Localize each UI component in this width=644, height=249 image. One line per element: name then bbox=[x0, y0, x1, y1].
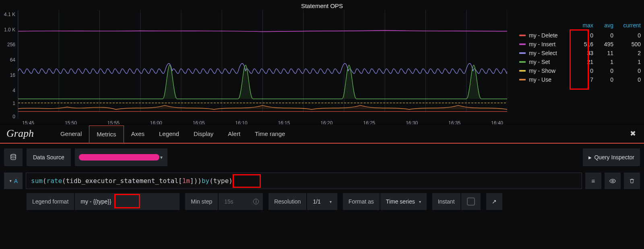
legend-table: max avg current my - Delete000my - Inser… bbox=[507, 10, 644, 119]
query-toggle-visibility-button[interactable] bbox=[605, 173, 621, 189]
highlight-box-query bbox=[233, 174, 261, 188]
query-options-row: Legend format my - {{type}} Min step 15s… bbox=[0, 191, 644, 212]
legend-max: 7 bbox=[573, 76, 593, 83]
legend-swatch bbox=[519, 79, 526, 80]
instant-label: Instant bbox=[432, 193, 460, 210]
legend-label: my - Set bbox=[529, 59, 573, 65]
legend-current: 500 bbox=[613, 41, 641, 47]
legend-label: my - Select bbox=[529, 50, 573, 56]
legend-swatch bbox=[519, 43, 526, 45]
legend-col-current[interactable]: current bbox=[613, 22, 641, 29]
editor-title: Graph bbox=[6, 128, 34, 140]
legend-max: 0 bbox=[573, 68, 593, 74]
info-icon[interactable]: i bbox=[253, 199, 259, 204]
legend-current: 1 bbox=[613, 59, 641, 65]
resolution-select[interactable]: 1/1 bbox=[307, 193, 337, 210]
legend-current: 0 bbox=[613, 32, 641, 39]
legend-row[interactable]: my - Insert516495500 bbox=[519, 40, 641, 49]
share-button[interactable] bbox=[486, 193, 502, 210]
legend-header: max avg current bbox=[519, 22, 641, 29]
legend-current: 0 bbox=[613, 68, 641, 74]
legend-format-input[interactable]: my - {{type}} bbox=[75, 193, 180, 210]
tab-legend[interactable]: Legend bbox=[152, 126, 186, 142]
svg-point-14 bbox=[612, 180, 613, 182]
caret-right-icon: ▶ bbox=[588, 155, 592, 160]
legend-avg: 0 bbox=[593, 68, 613, 74]
legend-row[interactable]: my - Use700 bbox=[519, 75, 641, 84]
svg-point-13 bbox=[11, 154, 16, 156]
tab-alert[interactable]: Alert bbox=[221, 126, 248, 142]
query-row: ▼ A sum(rate(tidb_executor_statement_tot… bbox=[0, 171, 644, 191]
legend-label: my - Show bbox=[529, 68, 573, 74]
legend-avg: 0 bbox=[593, 32, 613, 39]
format-as-label: Format as bbox=[343, 193, 380, 210]
min-step-input[interactable]: 15s i bbox=[219, 193, 263, 210]
panel-editor: Graph General Metrics Axes Legend Displa… bbox=[0, 124, 644, 212]
legend-label: my - Use bbox=[529, 76, 573, 83]
min-step-label: Min step bbox=[185, 193, 218, 210]
tab-axes[interactable]: Axes bbox=[124, 126, 152, 142]
datasource-row: Data Source ▼ ▶ Query Inspector bbox=[0, 144, 644, 171]
chart-plot[interactable]: 4.1 K 1.0 K 256 64 16 4 1 0 bbox=[0, 10, 507, 119]
share-icon bbox=[492, 198, 497, 205]
y-axis: 4.1 K 1.0 K 256 64 16 4 1 0 bbox=[0, 10, 18, 119]
legend-format-label: Legend format bbox=[27, 193, 74, 210]
legend-current: 0 bbox=[613, 76, 641, 83]
legend-max: 516 bbox=[573, 41, 593, 47]
legend-current: 2 bbox=[613, 50, 641, 56]
query-input[interactable]: sum(rate(tidb_executor_statement_total[1… bbox=[26, 173, 582, 189]
tab-metrics[interactable]: Metrics bbox=[89, 126, 124, 143]
legend-avg: 11 bbox=[593, 50, 613, 56]
datasource-label: Data Source bbox=[27, 148, 71, 166]
query-toggle[interactable]: ▼ A bbox=[4, 173, 23, 189]
datasource-icon[interactable] bbox=[4, 148, 23, 166]
instant-checkbox[interactable] bbox=[461, 193, 481, 210]
tab-display[interactable]: Display bbox=[186, 126, 221, 142]
legend-swatch bbox=[519, 70, 526, 72]
legend-row[interactable]: my - Show000 bbox=[519, 66, 641, 75]
redacted-datasource bbox=[79, 154, 159, 161]
legend-row[interactable]: my - Set2111 bbox=[519, 58, 641, 66]
legend-swatch bbox=[519, 61, 526, 63]
query-menu-button[interactable]: ≡ bbox=[585, 173, 601, 189]
query-letter: A bbox=[14, 178, 18, 184]
caret-down-icon: ▼ bbox=[9, 179, 12, 183]
plot-area[interactable]: 15:45 15:50 15:55 16:00 16:05 16:10 16:1… bbox=[18, 10, 507, 119]
legend-max: 21 bbox=[573, 59, 593, 65]
legend-avg: 1 bbox=[593, 59, 613, 65]
resolution-label: Resolution bbox=[268, 193, 306, 210]
editor-tabs: Graph General Metrics Axes Legend Displa… bbox=[0, 124, 644, 144]
legend-col-max[interactable]: max bbox=[574, 22, 593, 29]
format-as-select[interactable]: Time series bbox=[380, 193, 427, 210]
legend-label: my - Delete bbox=[529, 32, 573, 39]
caret-down-icon: ▼ bbox=[159, 155, 163, 160]
query-inspector-button[interactable]: ▶ Query Inspector bbox=[583, 148, 640, 166]
legend-row[interactable]: my - Select33112 bbox=[519, 49, 641, 58]
datasource-select[interactable]: ▼ bbox=[75, 148, 167, 166]
legend-label: my - Insert bbox=[529, 41, 573, 47]
legend-col-avg[interactable]: avg bbox=[593, 22, 613, 29]
legend-avg: 495 bbox=[593, 41, 613, 47]
tab-general[interactable]: General bbox=[53, 126, 89, 142]
query-delete-button[interactable] bbox=[624, 173, 640, 189]
tab-timerange[interactable]: Time range bbox=[248, 126, 292, 142]
legend-max: 33 bbox=[573, 50, 593, 56]
legend-swatch bbox=[519, 52, 526, 54]
close-icon[interactable]: ✖ bbox=[630, 129, 636, 138]
legend-max: 0 bbox=[573, 32, 593, 39]
legend-avg: 0 bbox=[593, 76, 613, 83]
legend-row[interactable]: my - Delete000 bbox=[519, 31, 641, 40]
legend-swatch bbox=[519, 35, 526, 36]
chart-panel: Statement OPS 4.1 K 1.0 K 256 64 16 4 1 … bbox=[0, 0, 644, 124]
highlight-box-legendformat bbox=[114, 194, 140, 208]
chart-title: Statement OPS bbox=[0, 0, 644, 10]
